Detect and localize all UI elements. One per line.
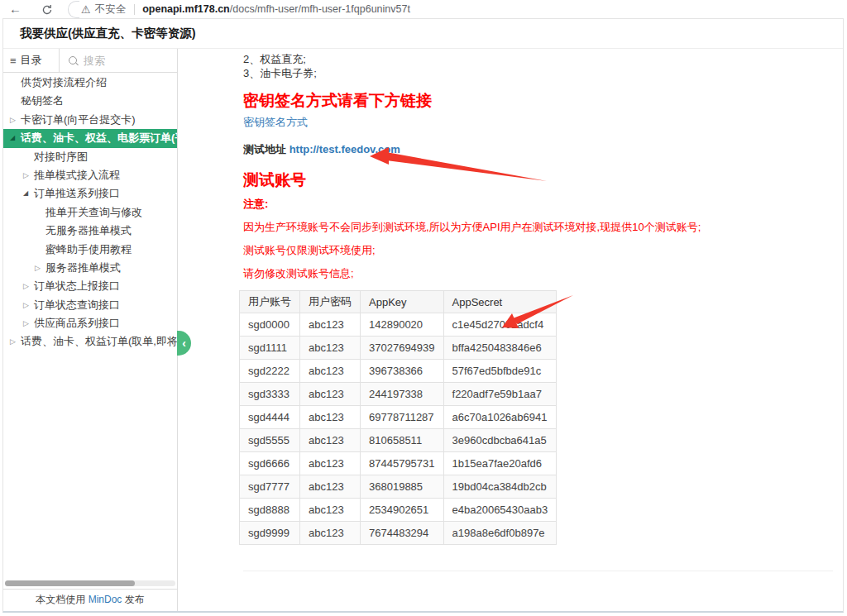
note-line: 测试账号仅限测试环境使用; <box>243 243 376 257</box>
table-cell: sgd3333 <box>240 383 300 406</box>
test-address-link[interactable]: http://test.feedov.com <box>290 143 400 155</box>
table-cell: bffa4250483846e6 <box>443 337 557 360</box>
table-cell: 142890020 <box>361 313 444 337</box>
back-icon[interactable]: ← <box>9 0 22 18</box>
table-cell: abc123 <box>300 522 361 545</box>
tree-collapsed-icon[interactable]: ▷ <box>23 277 29 295</box>
tree-collapsed-icon[interactable]: ▷ <box>23 166 29 184</box>
table-cell: abc123 <box>300 383 361 406</box>
security-label[interactable]: 不安全 <box>95 2 127 17</box>
document-app: 我要供应(供应直充、卡密等资源) ≡ 目录 供货对接流程介绍秘钥签名▷卡密订单(… <box>2 18 844 613</box>
tab-toc[interactable]: ≡ 目录 <box>3 49 60 72</box>
table-cell: 3e960cdbcba641a5 <box>443 429 557 452</box>
sidebar-item-label: 秘钥签名 <box>21 94 64 107</box>
sidebar-item[interactable]: ◢订单推送系列接口 <box>3 184 177 203</box>
sidebar-footer: 本文档使用 MinDoc 发布 <box>3 589 177 611</box>
sidebar-item[interactable]: ◢话费、油卡、权益、电影票订单(平台主 <box>3 129 177 147</box>
sidebar-item[interactable]: ▷推单模式接入流程 <box>3 166 177 184</box>
mindoc-link[interactable]: MinDoc <box>89 594 122 605</box>
url-path[interactable]: /docs/mfh-user/mfh-user-1fqp6uninv57t <box>230 3 410 15</box>
table-cell: sgd7777 <box>240 475 300 499</box>
browser-bar: ← ⚠ 不安全 openapi.mf178.cn /docs/mfh-user/… <box>0 0 847 18</box>
table-row: sgd3333abc123244197338f220adf7e59b1aa7 <box>240 383 557 406</box>
table-cell: 2534902651 <box>361 499 444 522</box>
note-line: 因为生产环境账号不会同步到测试环境,所以为方便API用户在测试环境对接,现提供1… <box>243 220 701 234</box>
sidebar-item-label: 话费、油卡、权益、电影票订单(平台主 <box>21 131 177 144</box>
sidebar-item-label: 话费、油卡、权益订单(取单,即将关闭 <box>21 335 177 347</box>
table-cell: 1b15ea7fae20afd6 <box>443 452 557 475</box>
table-cell: sgd0000 <box>240 313 300 337</box>
tree-collapsed-icon[interactable]: ▷ <box>23 314 29 332</box>
list-item: 3、油卡电子券; <box>243 66 317 80</box>
table-cell: 7674483294 <box>361 522 444 545</box>
sidebar-item-label: 推单模式接入流程 <box>34 169 120 181</box>
table-cell: 57f67ed5bfbde91c <box>443 360 557 383</box>
table-cell: abc123 <box>300 406 361 429</box>
table-row: sgd2222abc12339673836657f67ed5bfbde91c <box>240 360 557 383</box>
table-cell: a6c70a1026ab6941 <box>443 406 557 429</box>
table-header-cell: 用户密码 <box>300 291 361 313</box>
signature-method-link[interactable]: 密钥签名方式 <box>243 116 308 128</box>
table-cell: sgd1111 <box>240 337 300 360</box>
tree-collapsed-icon[interactable]: ▷ <box>23 296 29 314</box>
address-pill-edge <box>68 1 79 18</box>
note-line: 请勿修改测试账号信息; <box>243 266 354 280</box>
sidebar-item[interactable]: 蜜蜂助手使用教程 <box>3 241 177 259</box>
table-cell: abc123 <box>300 475 361 499</box>
tree-collapsed-icon[interactable]: ▷ <box>10 332 16 351</box>
sidebar-item[interactable]: ▷供应商品系列接口 <box>3 314 177 332</box>
list-item: 2、权益直充; <box>243 52 306 66</box>
table-cell: abc123 <box>300 452 361 475</box>
sidebar-item[interactable]: ▷话费、油卡、权益订单(取单,即将关闭 <box>3 332 177 351</box>
table-cell: 396738366 <box>361 360 444 383</box>
sidebar-item[interactable]: ▷订单状态查询接口 <box>3 296 177 314</box>
content-divider <box>243 571 833 571</box>
sidebar-item[interactable]: 对接时序图 <box>3 148 177 166</box>
table-row: sgd5555abc1238106585113e960cdbcba641a5 <box>240 429 557 452</box>
test-address-label: 测试地址 <box>243 143 286 155</box>
tree-expanded-icon[interactable]: ◢ <box>23 184 28 203</box>
table-cell: 244197338 <box>361 383 444 406</box>
test-accounts-table: 用户账号用户密码AppKeyAppSecret sgd0000abc123142… <box>239 290 557 545</box>
section-heading-signature: 密钥签名方式请看下方链接 <box>243 90 432 112</box>
url-host[interactable]: openapi.mf178.cn <box>142 3 230 15</box>
scrollbar-thumb[interactable] <box>5 580 135 586</box>
sidebar-item-label: 推单开关查询与修改 <box>45 206 142 218</box>
tree-expanded-icon[interactable]: ◢ <box>10 129 15 147</box>
table-row: sgd8888abc1232534902651e4ba20065430aab3 <box>240 499 557 522</box>
sidebar-item[interactable]: 无服务器推单模式 <box>3 222 177 240</box>
sidebar-item[interactable]: 秘钥签名 <box>3 92 177 110</box>
table-row: sgd4444abc12369778711287a6c70a1026ab6941 <box>240 406 557 429</box>
table-cell: 19bd04ca384db2cb <box>443 475 557 499</box>
sidebar-horizontal-scrollbar <box>5 580 175 586</box>
sidebar-item-label: 供货对接流程介绍 <box>21 76 107 88</box>
sidebar-item-label: 供应商品系列接口 <box>34 317 120 329</box>
sidebar-item-label: 服务器推单模式 <box>45 261 121 274</box>
sidebar-item[interactable]: ▷订单状态上报接口 <box>3 277 177 295</box>
sidebar-item-label: 订单状态上报接口 <box>34 279 120 292</box>
tree-collapsed-icon[interactable]: ▷ <box>10 111 16 129</box>
table-body: sgd0000abc123142890020c1e45d27001adcf4sg… <box>240 313 557 545</box>
sidebar-item[interactable]: ▷服务器推单模式 <box>3 259 177 277</box>
tree-collapsed-icon[interactable]: ▷ <box>35 259 41 277</box>
table-cell: abc123 <box>300 429 361 452</box>
address-separator <box>134 4 135 15</box>
toc-list-icon: ≡ <box>10 55 17 66</box>
refresh-icon[interactable] <box>41 4 53 16</box>
table-cell: 69778711287 <box>361 406 444 429</box>
table-cell: abc123 <box>300 313 361 337</box>
footer-text-prefix: 本文档使用 <box>36 594 88 605</box>
table-row: sgd9999abc1237674483294a198a8e6df0b897e <box>240 522 557 545</box>
sidebar-item[interactable]: ▷卡密订单(向平台提交卡) <box>3 111 177 129</box>
table-header-cell: AppSecret <box>443 291 557 313</box>
table-cell: sgd2222 <box>240 360 300 383</box>
search-input[interactable] <box>82 54 176 68</box>
security-warning-icon[interactable]: ⚠ <box>81 3 91 16</box>
table-head: 用户账号用户密码AppKeyAppSecret <box>240 291 557 313</box>
table-header-cell: AppKey <box>361 291 444 313</box>
sidebar-item[interactable]: 推单开关查询与修改 <box>3 203 177 222</box>
table-cell: abc123 <box>300 337 361 360</box>
sidebar-item[interactable]: 供货对接流程介绍 <box>3 74 177 92</box>
table-cell: e4ba20065430aab3 <box>443 499 557 522</box>
table-cell: 810658511 <box>361 429 444 452</box>
